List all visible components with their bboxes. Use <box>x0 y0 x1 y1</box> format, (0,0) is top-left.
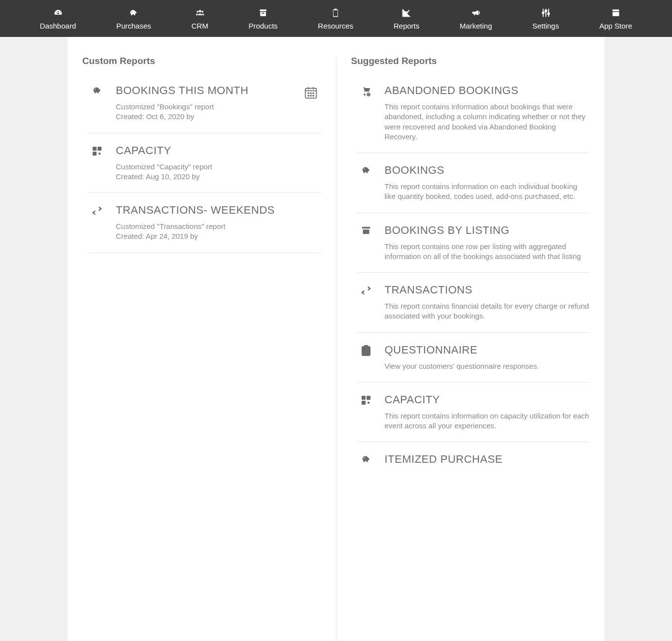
report-title: BOOKINGS THIS MONTH <box>116 84 299 97</box>
report-body: CAPACITY Customized "Capacity" report Cr… <box>116 144 321 182</box>
store-icon <box>610 7 622 19</box>
report-title: ITEMIZED PURCHASE <box>385 453 590 466</box>
svg-rect-12 <box>93 152 97 156</box>
suggested-report-capacity[interactable]: CAPACITY This report contains informatio… <box>356 383 590 443</box>
nav-marketing[interactable]: Marketing <box>460 7 492 30</box>
top-nav: Dashboard Purchases CRM Products Resourc… <box>0 0 672 37</box>
report-body: BOOKINGS BY LISTING This report contains… <box>385 224 590 262</box>
nav-label: Resources <box>318 22 353 30</box>
box-icon <box>257 7 269 19</box>
suggested-report-itemized-purchase[interactable]: ITEMIZED PURCHASE <box>356 442 590 481</box>
report-body: ITEMIZED PURCHASE <box>385 453 590 471</box>
arrows-icon <box>356 285 376 296</box>
report-desc: View your customers' questionnaire respo… <box>385 361 590 371</box>
nav-products[interactable]: Products <box>248 7 277 30</box>
nav-label: Reports <box>394 22 420 30</box>
report-body: ABANDONED BOOKINGS This report contains … <box>385 84 590 142</box>
report-body: BOOKINGS THIS MONTH Customized "Bookings… <box>116 84 299 122</box>
archive-icon <box>356 225 376 236</box>
svg-rect-11 <box>98 147 101 151</box>
nav-appstore[interactable]: App Store <box>599 7 632 30</box>
nav-reports[interactable]: Reports <box>394 7 420 30</box>
suggested-reports-heading: Suggested Reports <box>351 56 590 66</box>
piggy-icon <box>128 7 139 19</box>
report-meta: Created: Oct 6, 2020 by <box>116 112 299 122</box>
sliders-icon <box>540 7 552 19</box>
svg-point-6 <box>313 93 314 94</box>
report-body: BOOKINGS This report contains informatio… <box>385 164 590 202</box>
report-desc: Customized "Capacity" report <box>116 162 321 172</box>
piggy-icon <box>87 85 107 96</box>
svg-rect-15 <box>362 347 370 355</box>
suggested-report-transactions[interactable]: TRANSACTIONS This report contains financ… <box>356 273 590 333</box>
arrows-icon <box>87 205 107 217</box>
checklist-icon <box>356 345 376 357</box>
svg-point-4 <box>308 93 309 94</box>
report-desc: This report contains information about b… <box>385 102 590 142</box>
custom-report-transactions-weekends[interactable]: TRANSACTIONS- WEEKENDS Customized "Trans… <box>87 193 321 253</box>
nav-settings[interactable]: Settings <box>533 7 559 30</box>
report-meta: Created: Apr 24, 2019 by <box>116 231 321 241</box>
svg-point-5 <box>310 93 311 94</box>
piggy-icon <box>356 165 376 176</box>
report-body: QUESTIONNAIRE View your customers' quest… <box>385 344 590 371</box>
svg-point-1 <box>545 10 547 12</box>
nav-label: Products <box>248 22 277 30</box>
svg-rect-10 <box>93 147 97 151</box>
svg-rect-18 <box>362 401 366 405</box>
svg-rect-19 <box>368 402 370 404</box>
nav-label: Marketing <box>460 22 492 30</box>
report-body: CAPACITY This report contains informatio… <box>385 393 590 431</box>
report-desc: Customized "Bookings" report <box>116 102 299 112</box>
custom-reports-heading: Custom Reports <box>82 56 321 66</box>
nav-label: App Store <box>599 22 632 30</box>
report-title: BOOKINGS <box>385 164 590 177</box>
report-title: TRANSACTIONS <box>385 284 590 296</box>
chart-icon <box>401 7 412 19</box>
report-title: TRANSACTIONS- WEEKENDS <box>116 204 321 217</box>
svg-rect-13 <box>99 153 101 155</box>
nav-purchases[interactable]: Purchases <box>116 7 151 30</box>
report-desc: This report contains financial details f… <box>385 301 590 321</box>
nav-resources[interactable]: Resources <box>318 7 353 30</box>
report-desc: This report contains information on capa… <box>385 411 590 431</box>
report-desc: This report contains one row per listing… <box>385 242 590 262</box>
nav-label: Settings <box>533 22 559 30</box>
custom-report-capacity[interactable]: CAPACITY Customized "Capacity" report Cr… <box>87 133 321 193</box>
cart-icon <box>356 85 376 97</box>
suggested-report-abandoned-bookings[interactable]: ABANDONED BOOKINGS This report contains … <box>356 78 590 153</box>
clipboard-icon <box>330 7 341 19</box>
suggested-reports-column: Suggested Reports ABANDONED BOOKINGS Thi… <box>336 56 605 641</box>
megaphone-icon <box>470 7 482 19</box>
report-title: QUESTIONNAIRE <box>385 344 590 356</box>
report-title: ABANDONED BOOKINGS <box>385 84 590 97</box>
svg-rect-16 <box>362 396 366 400</box>
report-desc: This report contains information on each… <box>385 182 590 202</box>
svg-rect-17 <box>367 396 370 400</box>
custom-report-bookings-month[interactable]: BOOKINGS THIS MONTH Customized "Bookings… <box>87 78 321 133</box>
svg-point-9 <box>313 95 314 96</box>
nav-dashboard[interactable]: Dashboard <box>40 7 76 30</box>
custom-reports-column: Custom Reports BOOKINGS THIS MONTH Custo… <box>67 56 336 641</box>
report-title: CAPACITY <box>116 144 321 157</box>
svg-point-7 <box>308 95 309 96</box>
report-title: BOOKINGS BY LISTING <box>385 224 590 237</box>
nav-label: CRM <box>192 22 208 30</box>
grid-icon <box>87 145 107 157</box>
suggested-report-bookings[interactable]: BOOKINGS This report contains informatio… <box>356 153 590 213</box>
suggested-report-bookings-by-listing[interactable]: BOOKINGS BY LISTING This report contains… <box>356 213 590 273</box>
svg-point-8 <box>310 95 311 96</box>
svg-point-0 <box>542 12 544 14</box>
report-title: CAPACITY <box>385 393 590 406</box>
report-body: TRANSACTIONS- WEEKENDS Customized "Trans… <box>116 204 321 242</box>
svg-point-2 <box>547 13 549 15</box>
report-meta: Created: Aug 10, 2020 by <box>116 172 321 182</box>
gauge-icon <box>52 7 64 19</box>
report-body: TRANSACTIONS This report contains financ… <box>385 284 590 321</box>
grid-icon <box>356 394 376 406</box>
page-body: Custom Reports BOOKINGS THIS MONTH Custo… <box>67 37 605 641</box>
piggy-icon <box>356 454 376 465</box>
nav-crm[interactable]: CRM <box>192 7 208 30</box>
report-desc: Customized "Transactions" report <box>116 222 321 231</box>
suggested-report-questionnaire[interactable]: QUESTIONNAIRE View your customers' quest… <box>356 333 590 383</box>
